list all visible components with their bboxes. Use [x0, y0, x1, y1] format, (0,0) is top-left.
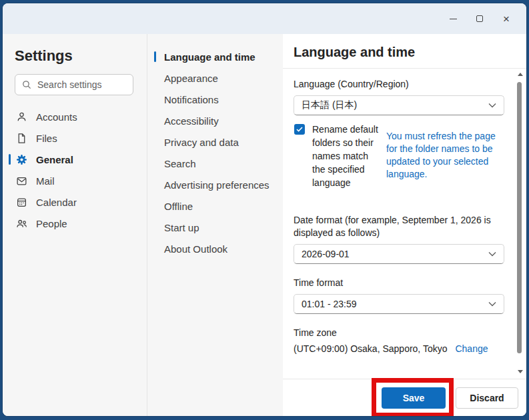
minimize-button[interactable]: [440, 8, 466, 29]
nav-item-label: About Outlook: [164, 243, 227, 255]
mail-icon: [16, 175, 27, 187]
refresh-note: You must refresh the page for the folder…: [386, 130, 501, 189]
scroll-up-icon[interactable]: [518, 73, 523, 76]
chevron-down-icon: [488, 103, 496, 108]
close-button[interactable]: ×: [493, 8, 520, 29]
settings-window: × Settings: [3, 3, 526, 416]
sidebar-item-accounts[interactable]: Accounts: [3, 106, 147, 127]
sidebar-item-general[interactable]: General: [3, 149, 147, 170]
language-and-time-panel: Language and time Language (Country/Regi…: [283, 34, 526, 416]
rename-folders-label: Rename default folders so their names ma…: [312, 123, 379, 189]
nav-item-label: Start up: [164, 222, 199, 233]
file-icon: [16, 133, 27, 144]
maximize-icon: [476, 15, 483, 22]
nav-item-offline[interactable]: Offline: [147, 195, 283, 217]
search-settings-input[interactable]: [37, 79, 124, 90]
language-label: Language (Country/Region): [294, 78, 514, 91]
nav-item-label: Search: [164, 158, 196, 169]
time-format-label: Time format: [294, 277, 514, 289]
minimize-icon: [450, 19, 457, 19]
nav-item-label: Advertising preferences: [164, 179, 270, 191]
search-settings-box[interactable]: [15, 74, 133, 95]
language-dropdown[interactable]: 日本語 (日本): [294, 95, 504, 115]
sidebar-item-people[interactable]: People: [3, 213, 147, 234]
time-format-dropdown[interactable]: 01:01 - 23:59: [294, 294, 504, 314]
person-icon: [16, 111, 27, 123]
close-icon: ×: [503, 13, 510, 25]
time-zone-value: (UTC+09:00) Osaka, Sapporo, Tokyo: [294, 343, 447, 354]
time-zone-label: Time zone: [294, 327, 514, 339]
language-dropdown-value: 日本語 (日本): [302, 99, 357, 111]
date-format-label: Date format (for example, September 1, 2…: [294, 214, 514, 239]
gear-icon: [16, 154, 27, 165]
save-button[interactable]: Save: [382, 387, 446, 409]
sidebar-item-label: Calendar: [36, 197, 77, 207]
general-section-nav: Language and time Appearance Notificatio…: [147, 34, 283, 416]
search-icon: [21, 79, 32, 90]
discard-button[interactable]: Discard: [456, 387, 518, 409]
nav-item-language-and-time[interactable]: Language and time: [147, 46, 283, 67]
nav-item-label: Appearance: [164, 73, 218, 84]
sidebar-item-label: Files: [36, 133, 57, 143]
nav-item-label: Language and time: [164, 51, 255, 63]
settings-title: Settings: [15, 47, 147, 65]
chevron-down-icon: [488, 301, 496, 307]
calendar-icon: [16, 197, 27, 208]
panel-header: Language and time: [283, 34, 526, 69]
rename-folders-row: Rename default folders so their names ma…: [294, 123, 506, 189]
titlebar: ×: [3, 3, 526, 34]
date-format-value: 2026-09-01: [302, 249, 350, 259]
chevron-down-icon: [488, 251, 496, 257]
sidebar-item-calendar[interactable]: Calendar: [3, 191, 147, 213]
scrollbar-thumb[interactable]: [517, 82, 522, 353]
nav-item-search[interactable]: Search: [147, 153, 283, 174]
nav-item-about-outlook[interactable]: About Outlook: [147, 238, 283, 259]
rename-folders-checkbox[interactable]: [294, 124, 305, 135]
nav-item-label: Offline: [164, 201, 193, 212]
date-format-dropdown[interactable]: 2026-09-01: [294, 244, 504, 264]
nav-item-notifications[interactable]: Notifications: [147, 89, 283, 110]
sidebar-item-label: People: [36, 219, 67, 229]
nav-item-advertising-preferences[interactable]: Advertising preferences: [147, 174, 283, 195]
sidebar-category-list: Accounts Files: [3, 106, 147, 234]
nav-item-accessibility[interactable]: Accessibility: [147, 110, 283, 131]
sidebar-item-files[interactable]: Files: [3, 127, 147, 149]
panel-footer: Save Discard: [283, 379, 526, 416]
settings-sidebar: Settings Accounts: [3, 34, 147, 416]
people-icon: [16, 218, 27, 229]
panel-content: Language (Country/Region) 日本語 (日本): [283, 69, 526, 379]
selected-indicator: [154, 51, 156, 62]
nav-item-label: Accessibility: [164, 115, 219, 127]
nav-item-label: Notifications: [164, 94, 219, 105]
selected-indicator: [9, 154, 11, 165]
sidebar-item-mail[interactable]: Mail: [3, 170, 147, 191]
nav-item-label: Privacy and data: [164, 137, 239, 148]
time-format-value: 01:01 - 23:59: [302, 299, 357, 309]
scrollbar[interactable]: [515, 71, 524, 375]
sidebar-item-label: Mail: [36, 176, 55, 186]
nav-item-start-up[interactable]: Start up: [147, 217, 283, 238]
maximize-button[interactable]: [466, 8, 493, 29]
panel-title: Language and time: [294, 45, 526, 60]
sidebar-item-label: Accounts: [36, 112, 77, 122]
scroll-down-icon[interactable]: [518, 370, 523, 373]
nav-item-privacy-and-data[interactable]: Privacy and data: [147, 131, 283, 153]
sidebar-item-label: General: [36, 155, 73, 165]
change-time-zone-link[interactable]: Change: [455, 343, 488, 354]
nav-item-appearance[interactable]: Appearance: [147, 67, 283, 89]
